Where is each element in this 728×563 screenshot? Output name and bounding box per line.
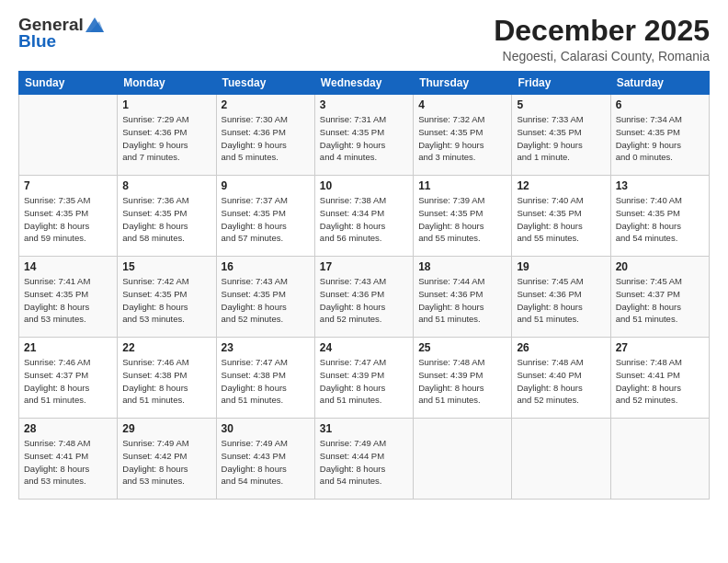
table-row: 20Sunrise: 7:45 AM Sunset: 4:37 PM Dayli… — [610, 257, 709, 338]
table-row: 27Sunrise: 7:48 AM Sunset: 4:41 PM Dayli… — [610, 338, 709, 419]
day-detail: Sunrise: 7:49 AM Sunset: 4:42 PM Dayligh… — [122, 437, 210, 488]
day-detail: Sunrise: 7:32 AM Sunset: 4:35 PM Dayligh… — [418, 113, 506, 164]
page: General Blue December 2025 Negoesti, Cal… — [0, 0, 728, 563]
table-row: 17Sunrise: 7:43 AM Sunset: 4:36 PM Dayli… — [314, 257, 413, 338]
day-detail: Sunrise: 7:43 AM Sunset: 4:35 PM Dayligh… — [222, 275, 310, 326]
header-sunday: Sunday — [19, 72, 118, 95]
day-detail: Sunrise: 7:40 AM Sunset: 4:35 PM Dayligh… — [517, 194, 605, 245]
day-number: 24 — [320, 341, 408, 354]
day-detail: Sunrise: 7:35 AM Sunset: 4:35 PM Dayligh… — [24, 194, 112, 245]
day-detail: Sunrise: 7:47 AM Sunset: 4:39 PM Dayligh… — [320, 356, 408, 407]
day-detail: Sunrise: 7:34 AM Sunset: 4:35 PM Dayligh… — [616, 113, 704, 164]
day-detail: Sunrise: 7:48 AM Sunset: 4:39 PM Dayligh… — [418, 356, 506, 407]
table-row: 19Sunrise: 7:45 AM Sunset: 4:36 PM Dayli… — [512, 257, 610, 338]
header-wednesday: Wednesday — [314, 72, 413, 95]
day-detail: Sunrise: 7:37 AM Sunset: 4:35 PM Dayligh… — [222, 194, 310, 245]
day-detail: Sunrise: 7:49 AM Sunset: 4:43 PM Dayligh… — [222, 437, 310, 488]
day-number: 6 — [616, 98, 704, 111]
day-number: 8 — [122, 179, 210, 192]
day-number: 28 — [24, 422, 112, 435]
day-number: 3 — [320, 98, 408, 111]
day-number: 14 — [24, 260, 112, 273]
day-number: 18 — [418, 260, 506, 273]
day-number: 7 — [24, 179, 112, 192]
table-row — [19, 95, 118, 176]
table-row: 29Sunrise: 7:49 AM Sunset: 4:42 PM Dayli… — [118, 419, 216, 500]
calendar-week-row: 21Sunrise: 7:46 AM Sunset: 4:37 PM Dayli… — [19, 338, 710, 419]
day-number: 4 — [418, 98, 506, 111]
day-detail: Sunrise: 7:45 AM Sunset: 4:36 PM Dayligh… — [517, 275, 605, 326]
logo-blue: Blue — [18, 31, 56, 52]
day-detail: Sunrise: 7:40 AM Sunset: 4:35 PM Dayligh… — [616, 194, 704, 245]
header-monday: Monday — [118, 72, 216, 95]
table-row: 18Sunrise: 7:44 AM Sunset: 4:36 PM Dayli… — [414, 257, 512, 338]
calendar-table: Sunday Monday Tuesday Wednesday Thursday… — [18, 71, 710, 500]
day-number: 9 — [222, 179, 310, 192]
table-row — [414, 419, 512, 500]
day-number: 17 — [320, 260, 408, 273]
table-row: 15Sunrise: 7:42 AM Sunset: 4:35 PM Dayli… — [118, 257, 216, 338]
table-row: 28Sunrise: 7:48 AM Sunset: 4:41 PM Dayli… — [19, 419, 118, 500]
table-row: 11Sunrise: 7:39 AM Sunset: 4:35 PM Dayli… — [414, 176, 512, 257]
day-number: 16 — [222, 260, 310, 273]
table-row: 25Sunrise: 7:48 AM Sunset: 4:39 PM Dayli… — [414, 338, 512, 419]
table-row: 13Sunrise: 7:40 AM Sunset: 4:35 PM Dayli… — [610, 176, 709, 257]
table-row: 9Sunrise: 7:37 AM Sunset: 4:35 PM Daylig… — [216, 176, 314, 257]
day-number: 21 — [24, 341, 112, 354]
day-detail: Sunrise: 7:44 AM Sunset: 4:36 PM Dayligh… — [418, 275, 506, 326]
day-number: 13 — [616, 179, 704, 192]
day-number: 5 — [517, 98, 605, 111]
header: General Blue December 2025 Negoesti, Cal… — [18, 15, 710, 63]
day-detail: Sunrise: 7:36 AM Sunset: 4:35 PM Dayligh… — [122, 194, 210, 245]
logo: General Blue — [18, 15, 106, 52]
day-number: 15 — [122, 260, 210, 273]
table-row: 14Sunrise: 7:41 AM Sunset: 4:35 PM Dayli… — [19, 257, 118, 338]
day-number: 29 — [122, 422, 210, 435]
table-row — [512, 419, 610, 500]
header-tuesday: Tuesday — [216, 72, 314, 95]
day-detail: Sunrise: 7:45 AM Sunset: 4:37 PM Dayligh… — [616, 275, 704, 326]
table-row: 5Sunrise: 7:33 AM Sunset: 4:35 PM Daylig… — [512, 95, 610, 176]
day-number: 27 — [616, 341, 704, 354]
day-detail: Sunrise: 7:49 AM Sunset: 4:44 PM Dayligh… — [320, 437, 408, 488]
title-block: December 2025 Negoesti, Calarasi County,… — [494, 15, 710, 63]
day-number: 25 — [418, 341, 506, 354]
day-number: 31 — [320, 422, 408, 435]
day-number: 22 — [122, 341, 210, 354]
day-number: 19 — [517, 260, 605, 273]
day-detail: Sunrise: 7:42 AM Sunset: 4:35 PM Dayligh… — [122, 275, 210, 326]
day-detail: Sunrise: 7:46 AM Sunset: 4:38 PM Dayligh… — [122, 356, 210, 407]
day-number: 23 — [222, 341, 310, 354]
day-number: 12 — [517, 179, 605, 192]
calendar-header-row: Sunday Monday Tuesday Wednesday Thursday… — [19, 72, 710, 95]
day-detail: Sunrise: 7:47 AM Sunset: 4:38 PM Dayligh… — [222, 356, 310, 407]
day-number: 11 — [418, 179, 506, 192]
calendar-week-row: 7Sunrise: 7:35 AM Sunset: 4:35 PM Daylig… — [19, 176, 710, 257]
day-detail: Sunrise: 7:33 AM Sunset: 4:35 PM Dayligh… — [517, 113, 605, 164]
table-row: 30Sunrise: 7:49 AM Sunset: 4:43 PM Dayli… — [216, 419, 314, 500]
table-row: 24Sunrise: 7:47 AM Sunset: 4:39 PM Dayli… — [314, 338, 413, 419]
table-row — [610, 419, 709, 500]
logo-icon — [85, 17, 104, 32]
day-detail: Sunrise: 7:38 AM Sunset: 4:34 PM Dayligh… — [320, 194, 408, 245]
day-number: 10 — [320, 179, 408, 192]
table-row: 4Sunrise: 7:32 AM Sunset: 4:35 PM Daylig… — [414, 95, 512, 176]
table-row: 31Sunrise: 7:49 AM Sunset: 4:44 PM Dayli… — [314, 419, 413, 500]
day-detail: Sunrise: 7:43 AM Sunset: 4:36 PM Dayligh… — [320, 275, 408, 326]
day-detail: Sunrise: 7:29 AM Sunset: 4:36 PM Dayligh… — [122, 113, 210, 164]
day-detail: Sunrise: 7:48 AM Sunset: 4:41 PM Dayligh… — [616, 356, 704, 407]
table-row: 6Sunrise: 7:34 AM Sunset: 4:35 PM Daylig… — [610, 95, 709, 176]
table-row: 10Sunrise: 7:38 AM Sunset: 4:34 PM Dayli… — [314, 176, 413, 257]
table-row: 21Sunrise: 7:46 AM Sunset: 4:37 PM Dayli… — [19, 338, 118, 419]
calendar-week-row: 14Sunrise: 7:41 AM Sunset: 4:35 PM Dayli… — [19, 257, 710, 338]
calendar-week-row: 28Sunrise: 7:48 AM Sunset: 4:41 PM Dayli… — [19, 419, 710, 500]
header-friday: Friday — [512, 72, 610, 95]
day-number: 30 — [222, 422, 310, 435]
table-row: 23Sunrise: 7:47 AM Sunset: 4:38 PM Dayli… — [216, 338, 314, 419]
day-detail: Sunrise: 7:30 AM Sunset: 4:36 PM Dayligh… — [222, 113, 310, 164]
day-detail: Sunrise: 7:48 AM Sunset: 4:40 PM Dayligh… — [517, 356, 605, 407]
header-thursday: Thursday — [414, 72, 512, 95]
table-row: 1Sunrise: 7:29 AM Sunset: 4:36 PM Daylig… — [118, 95, 216, 176]
table-row: 7Sunrise: 7:35 AM Sunset: 4:35 PM Daylig… — [19, 176, 118, 257]
table-row: 12Sunrise: 7:40 AM Sunset: 4:35 PM Dayli… — [512, 176, 610, 257]
